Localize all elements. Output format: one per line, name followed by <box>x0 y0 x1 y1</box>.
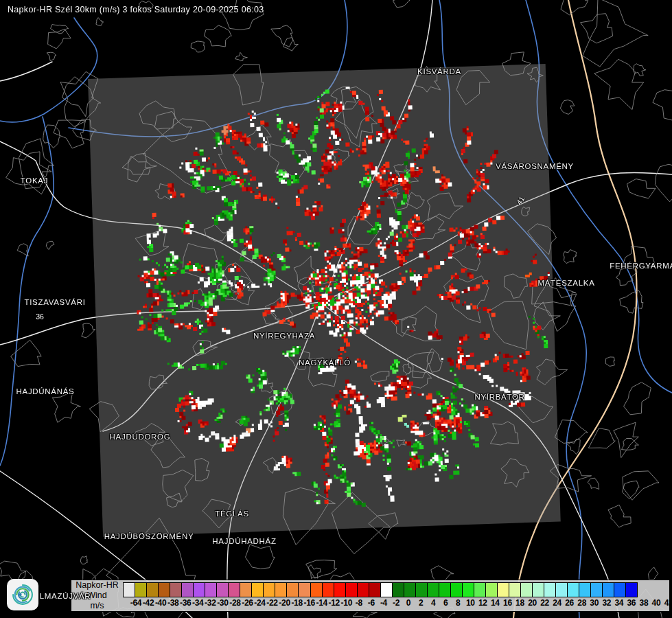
radar-echoes-canvas <box>88 64 561 537</box>
settlement-outline <box>308 565 321 579</box>
legend-title-line: m/s <box>90 601 104 611</box>
colorbar-tick-label: 14 <box>491 598 500 608</box>
colorbar-swatch <box>251 582 264 597</box>
settlement-outline <box>235 52 248 60</box>
colorbar-swatch <box>135 582 147 597</box>
settlement-outline <box>616 268 637 285</box>
colorbar-tick-label: 24 <box>553 598 561 608</box>
settlement-outline <box>48 29 71 49</box>
river-line <box>0 117 54 466</box>
colorbar-swatch <box>158 582 170 597</box>
colorbar-tick-label: -14 <box>316 598 327 608</box>
colorbar-swatch <box>485 582 498 597</box>
colorbar-swatch <box>369 582 381 597</box>
colorbar-swatch <box>310 582 323 597</box>
colorbar-swatch <box>439 582 451 597</box>
settlement-outline <box>204 25 231 47</box>
colorbar-swatch <box>544 582 556 597</box>
settlement-outline <box>306 560 337 578</box>
settlement-outline <box>52 391 80 422</box>
colorbar-tick-label: -22 <box>266 598 277 608</box>
settlement-outline <box>82 323 95 338</box>
settlement-outline <box>46 241 54 249</box>
settlement-outline <box>653 90 672 121</box>
spiral-icon <box>9 581 36 608</box>
colorbar-tick-label: 40 <box>652 598 661 608</box>
colorbar-tick-label: 30 <box>590 598 599 608</box>
colorbar-tick-label: 32 <box>602 598 611 608</box>
colorbar-tick-label: 6 <box>443 598 448 608</box>
colorbar-tick-label: -34 <box>192 598 203 608</box>
colorbar-swatch <box>298 582 310 597</box>
settlement-outline <box>588 478 599 489</box>
settlement-outline <box>80 556 87 564</box>
colorbar-tick-label: 38 <box>640 598 649 608</box>
colorbar-swatch <box>240 582 252 597</box>
settlement-outline <box>623 471 659 500</box>
colorbar-tick-label: 28 <box>577 598 586 608</box>
map-title: Napkor-HR Szél 30km (m/s) 3 fokos Saturd… <box>8 5 264 14</box>
legend-title-line: Napkor-HR <box>76 580 119 591</box>
colorbar-tick-label: -42 <box>143 598 154 608</box>
colorbar-tick-label: 34 <box>614 598 623 608</box>
colorbar-tick-label: -2 <box>393 598 399 608</box>
colorbar-tick-label: 2 <box>419 598 423 608</box>
colorbar-swatch <box>450 582 463 597</box>
colorbar-tick-label: 20 <box>528 598 537 608</box>
legend-panel: Napkor-HRWindm/s -64-42-40-38-36-34-32-3… <box>71 580 670 612</box>
colorbar-tick-label: 16 <box>503 598 512 608</box>
colorbar-tick-label: 8 <box>456 598 460 608</box>
colorbar-tick-label: -8 <box>356 598 362 608</box>
colorbar-swatch <box>462 582 474 597</box>
colorbar-swatch <box>427 582 439 597</box>
colorbar-tick-label: 22 <box>540 598 549 608</box>
settlement-outline <box>608 505 631 527</box>
settlement-outline <box>627 179 656 198</box>
legend-title-line: Wind <box>87 591 106 601</box>
settlement-outline <box>614 422 639 457</box>
settlement-outline <box>54 120 86 148</box>
settlement-outline <box>564 250 577 264</box>
colorbar-tick-label: -24 <box>254 598 265 608</box>
colorbar-swatch <box>205 582 217 597</box>
settlement-outline <box>246 545 275 569</box>
colorbar-swatch <box>228 582 240 597</box>
settlement-outline <box>191 41 205 52</box>
settlement-outline <box>649 567 658 580</box>
colorbar-swatch <box>532 582 544 597</box>
colorbar-swatch <box>509 582 521 597</box>
settlement-outline <box>560 100 574 115</box>
settlement-outline <box>655 164 672 201</box>
settlement-outline <box>561 0 588 15</box>
colorbar-swatch <box>567 582 579 597</box>
settlement-outline <box>624 382 651 415</box>
settlement-outline <box>43 125 60 148</box>
colorbar-swatch <box>415 582 428 597</box>
colorbar-swatch <box>345 582 358 597</box>
colorbar-tick-label: 26 <box>565 598 574 608</box>
legend-title: Napkor-HRWindm/s <box>71 580 123 611</box>
settlement-outline <box>393 0 410 8</box>
colorbar-tick-label: 36 <box>627 598 636 608</box>
colorbar-swatch <box>216 582 229 597</box>
settlement-outline <box>622 439 639 450</box>
colorbar-swatch <box>590 582 603 597</box>
colorbar-swatch <box>474 582 486 597</box>
colorbar <box>123 582 669 597</box>
colorbar-tick-label: -12 <box>329 598 340 608</box>
colorbar-tick-label: -16 <box>303 598 314 608</box>
colorbar-tick-label: -4 <box>380 598 387 608</box>
colorbar-swatch <box>181 582 194 597</box>
settlement-outline <box>271 25 293 47</box>
colorbar-swatch <box>404 582 416 597</box>
colorbar-swatch <box>322 582 334 597</box>
colorbar-tick-label: -38 <box>167 598 178 608</box>
colorbar-swatch <box>193 582 205 597</box>
colorbar-tick-label: -40 <box>155 598 166 608</box>
colorbar-tick-label: -20 <box>279 598 290 608</box>
colorbar-swatch <box>286 582 299 597</box>
settlement-outline <box>588 428 615 448</box>
settlement-outline <box>623 246 656 268</box>
colorbar-swatch <box>380 582 393 597</box>
colorbar-swatch <box>614 582 626 597</box>
